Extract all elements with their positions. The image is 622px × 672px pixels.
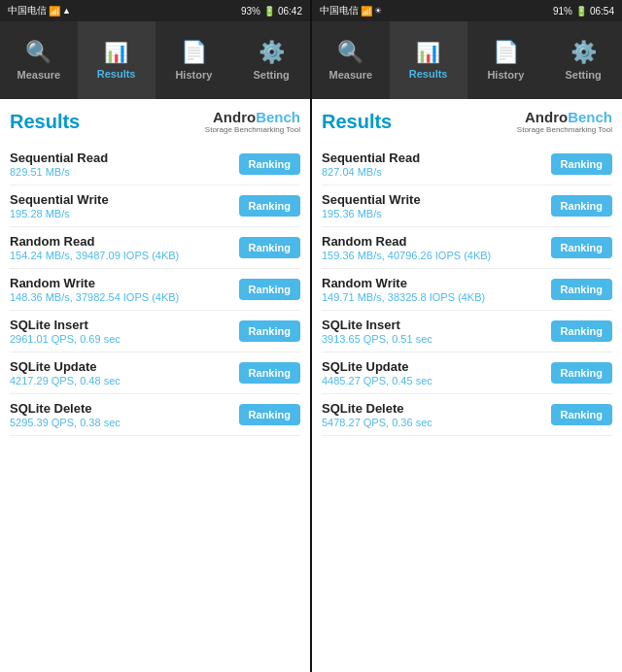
logo-andro-2: Andro xyxy=(525,109,568,125)
nav-history-label-1: History xyxy=(175,69,212,81)
history-icon-1: 📄 xyxy=(181,40,207,65)
logo-bench-1: Bench xyxy=(256,109,300,125)
result-row-1-4: SQLite Insert 2961.01 QPS, 0.69 sec Rank… xyxy=(10,311,300,353)
result-row-2-3: Random Write 149.71 MB/s, 38325.8 IOPS (… xyxy=(322,269,612,311)
logo-sub-1: Storage Benchmarking Tool xyxy=(205,125,300,134)
result-value-1-2: 154.24 MB/s, 39487.09 IOPS (4KB) xyxy=(10,250,179,261)
result-value-2-4: 3913.65 QPS, 0.51 sec xyxy=(322,333,432,345)
nav-measure-2[interactable]: 🔍 Measure xyxy=(312,21,390,99)
result-name-1-0: Sequential Read xyxy=(10,151,108,165)
ranking-btn-1-5[interactable]: Ranking xyxy=(239,362,300,384)
nav-setting-1[interactable]: ⚙️ Setting xyxy=(232,21,310,99)
result-row-2-0: Sequential Read 827.04 MB/s Ranking xyxy=(322,144,612,185)
result-value-2-6: 5478.27 QPS, 0.36 sec xyxy=(322,417,432,428)
nav-measure-1[interactable]: 🔍 Measure xyxy=(0,21,78,99)
measure-icon-2: 🔍 xyxy=(337,40,363,65)
result-info-1-6: SQLite Delete 5295.39 QPS, 0.38 sec xyxy=(10,401,121,428)
logo-bench-2: Bench xyxy=(568,109,612,125)
result-info-2-3: Random Write 149.71 MB/s, 38325.8 IOPS (… xyxy=(322,276,485,303)
nav-history-1[interactable]: 📄 History xyxy=(156,21,233,99)
result-row-2-2: Random Read 159.36 MB/s, 40796.26 IOPS (… xyxy=(322,227,612,269)
ranking-btn-2-3[interactable]: Ranking xyxy=(551,279,612,300)
result-info-1-3: Random Write 148.36 MB/s, 37982.54 IOPS … xyxy=(10,276,179,303)
battery-icon-2: 🔋 xyxy=(575,6,587,17)
result-value-1-6: 5295.39 QPS, 0.38 sec xyxy=(10,417,121,428)
battery-icon-1: 🔋 xyxy=(263,6,275,17)
result-row-1-5: SQLite Update 4217.29 QPS, 0.48 sec Rank… xyxy=(10,353,300,394)
status-right-1: 93% 🔋 06:42 xyxy=(241,6,302,17)
nav-results-1[interactable]: 📊 Results xyxy=(78,21,156,99)
result-name-2-5: SQLite Update xyxy=(322,359,432,374)
result-row-2-4: SQLite Insert 3913.65 QPS, 0.51 sec Rank… xyxy=(322,311,612,353)
ranking-btn-1-0[interactable]: Ranking xyxy=(239,153,300,175)
ranking-btn-2-1[interactable]: Ranking xyxy=(551,195,612,217)
battery-pct-1: 93% xyxy=(241,6,260,17)
result-row-1-6: SQLite Delete 5295.39 QPS, 0.38 sec Rank… xyxy=(10,394,300,436)
result-name-1-4: SQLite Insert xyxy=(10,318,121,332)
result-row-1-0: Sequential Read 829.51 MB/s Ranking xyxy=(10,144,300,185)
result-name-2-2: Random Read xyxy=(322,234,491,249)
content-1: Results AndroBench Storage Benchmarking … xyxy=(0,99,310,672)
ranking-btn-1-2[interactable]: Ranking xyxy=(239,237,300,258)
carrier-2: 中国电信 xyxy=(320,4,359,17)
result-info-2-1: Sequential Write 195.36 MB/s xyxy=(322,192,421,219)
result-name-2-3: Random Write xyxy=(322,276,485,290)
result-info-2-4: SQLite Insert 3913.65 QPS, 0.51 sec xyxy=(322,318,432,345)
nav-bar-2: 🔍 Measure 📊 Results 📄 History ⚙️ Setting xyxy=(312,21,622,99)
result-name-1-6: SQLite Delete xyxy=(10,401,121,416)
result-info-1-0: Sequential Read 829.51 MB/s xyxy=(10,151,108,178)
nav-results-label-1: Results xyxy=(97,68,136,80)
nav-measure-label-1: Measure xyxy=(17,69,61,81)
ranking-btn-1-4[interactable]: Ranking xyxy=(239,320,300,342)
battery-pct-2: 91% xyxy=(553,6,572,17)
result-info-1-5: SQLite Update 4217.29 QPS, 0.48 sec xyxy=(10,359,121,386)
ranking-btn-2-0[interactable]: Ranking xyxy=(551,153,612,175)
ranking-btn-2-2[interactable]: Ranking xyxy=(551,237,612,258)
ranking-btn-1-3[interactable]: Ranking xyxy=(239,279,300,300)
status-left-1: 中国电信 📶 ▲ xyxy=(8,4,71,17)
result-info-2-2: Random Read 159.36 MB/s, 40796.26 IOPS (… xyxy=(322,234,491,261)
nav-setting-label-1: Setting xyxy=(253,69,289,81)
setting-icon-2: ⚙️ xyxy=(570,40,597,65)
nav-setting-label-2: Setting xyxy=(565,69,601,81)
logo-andro-1: Andro xyxy=(213,109,256,125)
result-info-2-0: Sequential Read 827.04 MB/s xyxy=(322,151,420,178)
result-row-1-3: Random Write 148.36 MB/s, 37982.54 IOPS … xyxy=(10,269,300,311)
result-value-1-0: 829.51 MB/s xyxy=(10,166,108,178)
signal-icon-1: 📶 xyxy=(49,6,60,17)
nav-measure-label-2: Measure xyxy=(329,69,373,81)
ranking-btn-1-1[interactable]: Ranking xyxy=(239,195,300,217)
wifi-icon-1: ▲ xyxy=(62,6,71,16)
status-right-2: 91% 🔋 06:54 xyxy=(553,6,614,17)
status-bar-2: 中国电信 📶 ☀ 91% 🔋 06:54 xyxy=(312,0,622,21)
result-info-1-4: SQLite Insert 2961.01 QPS, 0.69 sec xyxy=(10,318,121,345)
ranking-btn-2-4[interactable]: Ranking xyxy=(551,320,612,342)
results-header-2: Results AndroBench Storage Benchmarking … xyxy=(322,109,612,134)
result-info-2-6: SQLite Delete 5478.27 QPS, 0.36 sec xyxy=(322,401,432,428)
signal-icon-2: 📶 xyxy=(361,6,372,17)
result-name-1-1: Sequential Write xyxy=(10,192,109,207)
nav-history-label-2: History xyxy=(487,69,524,81)
setting-icon-1: ⚙️ xyxy=(259,40,285,65)
results-title-1: Results xyxy=(10,111,80,133)
result-value-2-1: 195.36 MB/s xyxy=(322,208,421,219)
nav-results-2[interactable]: 📊 Results xyxy=(390,21,467,99)
nav-setting-2[interactable]: ⚙️ Setting xyxy=(544,21,622,99)
history-icon-2: 📄 xyxy=(493,40,519,65)
result-row-2-5: SQLite Update 4485.27 QPS, 0.45 sec Rank… xyxy=(322,353,612,394)
nav-history-2[interactable]: 📄 History xyxy=(467,21,545,99)
content-2: Results AndroBench Storage Benchmarking … xyxy=(312,99,622,672)
ranking-btn-2-5[interactable]: Ranking xyxy=(551,362,612,384)
result-info-2-5: SQLite Update 4485.27 QPS, 0.45 sec xyxy=(322,359,432,386)
androbench-logo-1: AndroBench Storage Benchmarking Tool xyxy=(205,109,300,134)
result-value-2-2: 159.36 MB/s, 40796.26 IOPS (4KB) xyxy=(322,250,491,261)
result-info-1-2: Random Read 154.24 MB/s, 39487.09 IOPS (… xyxy=(10,234,179,261)
time-2: 06:54 xyxy=(590,6,614,17)
nav-bar-1: 🔍 Measure 📊 Results 📄 History ⚙️ Setting xyxy=(0,21,310,99)
result-name-1-5: SQLite Update xyxy=(10,359,121,374)
ranking-btn-2-6[interactable]: Ranking xyxy=(551,404,612,425)
ranking-btn-1-6[interactable]: Ranking xyxy=(239,404,300,425)
result-name-2-0: Sequential Read xyxy=(322,151,420,165)
result-row-2-6: SQLite Delete 5478.27 QPS, 0.36 sec Rank… xyxy=(322,394,612,436)
results-header-1: Results AndroBench Storage Benchmarking … xyxy=(10,109,300,134)
